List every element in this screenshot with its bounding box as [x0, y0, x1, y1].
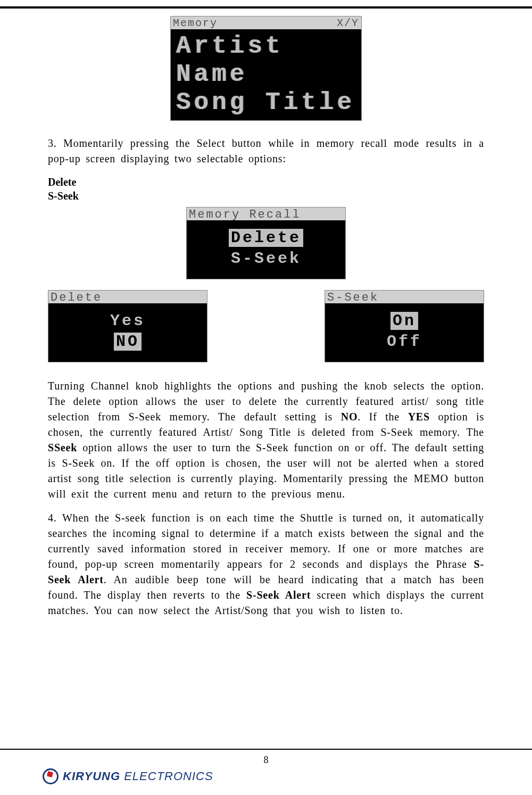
- paragraph-channel: Turning Channel knob highlights the opti…: [48, 378, 484, 502]
- lcd-memory-body: Artist Name Song Title: [171, 29, 361, 120]
- lcd-recall-title: Memory Recall: [187, 208, 345, 220]
- lcd-delete-title-text: Delete: [51, 291, 102, 303]
- lcd-pair: Delete Yes NO S-Seek On Off: [48, 290, 484, 362]
- footer-logo: KIRYUNG ELECTRONICS: [43, 768, 213, 784]
- paragraph-3-lead: 3. Momentarily pressing the Select butto…: [48, 136, 484, 167]
- option-sseek-label: S-Seek: [48, 189, 484, 203]
- bottom-rule: [0, 749, 532, 750]
- lcd-recall-body: Delete S-Seek: [187, 220, 345, 279]
- lcd-recall-title-text: Memory Recall: [189, 208, 301, 220]
- lcd-memory-screen: Memory X/Y Artist Name Song Title: [170, 16, 362, 121]
- lcd-memory-song: Song Title: [176, 89, 356, 117]
- lcd-delete-title: Delete: [48, 291, 207, 303]
- top-rule: [0, 6, 532, 9]
- option-delete-label: Delete: [48, 175, 484, 189]
- lcd-recall-screen: Memory Recall Delete S-Seek: [186, 207, 346, 279]
- logo-icon: [43, 768, 59, 784]
- lcd-memory-artist: Artist Name: [176, 32, 356, 89]
- paragraph-4: 4. When the S-seek function is on each t…: [48, 510, 484, 618]
- lcd-sseek-title: S-Seek: [325, 291, 484, 303]
- lcd-memory-title-left: Memory: [173, 17, 218, 29]
- lcd-sseek-screen: S-Seek On Off: [325, 290, 484, 362]
- lcd-memory-title-right: X/Y: [337, 17, 359, 29]
- option-list: Delete S-Seek: [48, 175, 484, 203]
- lcd-sseek-opt-off: Off: [330, 332, 478, 352]
- lcd-sseek-opt-on: On: [330, 311, 478, 332]
- page-number: 8: [0, 755, 532, 766]
- lcd-delete-opt-no: NO: [54, 332, 202, 352]
- lcd-delete-body: Yes NO: [48, 303, 207, 362]
- lcd-memory-titlebar: Memory X/Y: [171, 16, 361, 29]
- lcd-recall-opt-delete: Delete: [192, 228, 340, 249]
- lcd-sseek-title-text: S-Seek: [327, 291, 379, 303]
- lcd-sseek-body: On Off: [325, 303, 484, 362]
- lcd-delete-opt-yes: Yes: [54, 311, 202, 332]
- footer-brand: KIRYUNG ELECTRONICS: [63, 769, 213, 783]
- lcd-recall-opt-sseek: S-Seek: [192, 249, 340, 269]
- lcd-delete-screen: Delete Yes NO: [48, 290, 207, 362]
